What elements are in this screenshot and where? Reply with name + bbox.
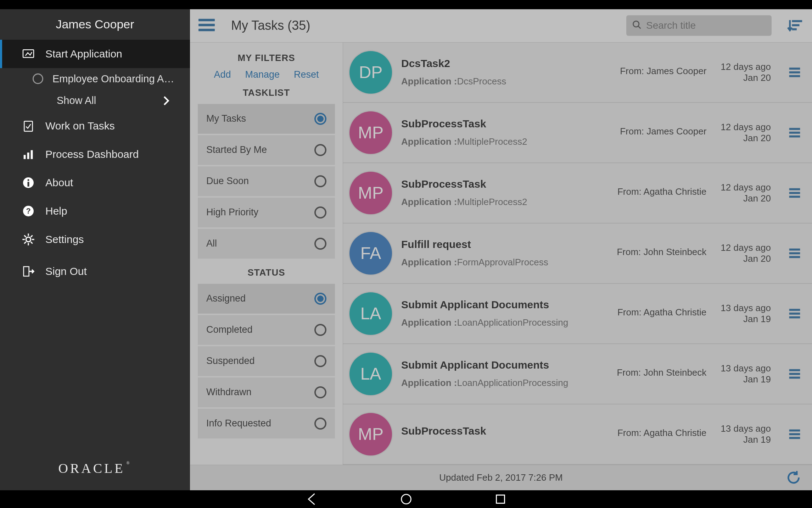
- task-action-button[interactable]: [786, 305, 803, 322]
- status-option[interactable]: Assigned: [198, 284, 335, 314]
- task-title: Submit Applicant Documents: [401, 359, 607, 371]
- radio-icon: [33, 73, 43, 84]
- my-filters-heading: MY FILTERS: [198, 53, 335, 64]
- svg-rect-35: [789, 252, 800, 254]
- task-application: Application :LoanApplicationProcessing: [401, 317, 608, 328]
- task-body: SubProcessTaskApplication :MultipleProce…: [401, 118, 611, 147]
- task-list[interactable]: DPDcsTask2Application :DcsProcessFrom: J…: [343, 43, 812, 465]
- android-recents-button[interactable]: [492, 491, 509, 507]
- task-title: SubProcessTask: [401, 425, 608, 437]
- filter-actions: Add Manage Reset: [198, 69, 335, 80]
- status-option[interactable]: Info Requested: [198, 409, 335, 438]
- nav-process-dashboard-label: Process Dashboard: [45, 148, 139, 160]
- help-icon: ?: [21, 203, 36, 219]
- filter-reset-link[interactable]: Reset: [294, 69, 319, 80]
- task-action-button[interactable]: [786, 185, 803, 201]
- task-action-button[interactable]: [786, 245, 803, 261]
- oracle-logo: ORACLE: [0, 460, 190, 490]
- android-nav-bar: [0, 490, 812, 508]
- filter-manage-link[interactable]: Manage: [245, 69, 280, 80]
- svg-rect-25: [789, 67, 800, 70]
- task-avatar: MP: [349, 172, 392, 214]
- svg-point-46: [401, 494, 411, 504]
- radio-icon: [314, 386, 326, 398]
- nav-start-application[interactable]: Start Application: [0, 40, 190, 68]
- task-row[interactable]: FAFulfill requestApplication :FormApprov…: [343, 223, 812, 284]
- refresh-button[interactable]: [786, 470, 801, 485]
- status-option-label: Withdrawn: [206, 387, 252, 398]
- svg-rect-32: [789, 192, 800, 194]
- nav-show-all[interactable]: Show All: [0, 90, 190, 112]
- task-age: 13 days agoJan 19: [721, 303, 771, 325]
- task-title: Submit Applicant Documents: [401, 299, 608, 311]
- nav-about-label: About: [45, 177, 73, 189]
- svg-rect-33: [789, 195, 800, 198]
- search-box[interactable]: [626, 15, 772, 36]
- tasklist-option[interactable]: My Tasks: [198, 104, 335, 134]
- task-row[interactable]: DPDcsTask2Application :DcsProcessFrom: J…: [343, 43, 812, 103]
- sort-button[interactable]: [787, 17, 803, 34]
- task-row[interactable]: MPSubProcessTaskApplication :MultiplePro…: [343, 103, 812, 163]
- svg-rect-2: [24, 155, 26, 159]
- tasklist-option[interactable]: All: [198, 229, 335, 259]
- svg-rect-31: [789, 188, 800, 190]
- task-row[interactable]: MPSubProcessTaskApplication :MultiplePro…: [343, 163, 812, 223]
- task-body: Submit Applicant DocumentsApplication :L…: [401, 299, 608, 328]
- nav-sign-out-label: Sign Out: [45, 265, 87, 277]
- svg-rect-1: [24, 121, 32, 131]
- task-action-button[interactable]: [786, 426, 803, 442]
- tasklist-option-label: All: [206, 238, 217, 249]
- status-option[interactable]: Completed: [198, 315, 335, 345]
- tasklist-option[interactable]: Due Soon: [198, 166, 335, 196]
- navigation-drawer: James Cooper Start Application Employee …: [0, 9, 190, 490]
- svg-rect-47: [496, 495, 504, 503]
- task-row[interactable]: LASubmit Applicant DocumentsApplication …: [343, 284, 812, 344]
- nav-settings[interactable]: Settings: [0, 225, 190, 254]
- nav-sign-out[interactable]: Sign Out: [0, 257, 190, 286]
- task-row[interactable]: LASubmit Applicant DocumentsApplication …: [343, 344, 812, 404]
- search-input[interactable]: [646, 20, 766, 31]
- svg-point-20: [633, 21, 639, 27]
- android-home-button[interactable]: [398, 491, 414, 507]
- task-application: Application :MultipleProcess2: [401, 197, 608, 208]
- tasklist-option-label: Due Soon: [206, 176, 249, 187]
- nav-help[interactable]: ? Help: [0, 197, 190, 225]
- svg-rect-23: [792, 24, 799, 26]
- nav-about[interactable]: About: [0, 169, 190, 197]
- tasklist-option[interactable]: High Priority: [198, 198, 335, 227]
- task-row[interactable]: MPSubProcessTaskFrom: Agatha Christie13 …: [343, 404, 812, 465]
- task-action-button[interactable]: [786, 64, 803, 81]
- radio-icon: [314, 324, 326, 336]
- radio-icon: [314, 113, 326, 125]
- svg-rect-19: [24, 266, 29, 276]
- nav-process-dashboard[interactable]: Process Dashboard: [0, 140, 190, 169]
- status-option[interactable]: Withdrawn: [198, 377, 335, 407]
- nav-sub-employee-onboarding[interactable]: Employee Onboarding Applica: [0, 68, 190, 90]
- filters-panel: MY FILTERS Add Manage Reset TASKLIST My …: [190, 43, 343, 465]
- status-option[interactable]: Suspended: [198, 346, 335, 376]
- svg-rect-27: [789, 75, 800, 77]
- footer-bar: Updated Feb 2, 2017 7:26 PM: [190, 465, 812, 490]
- letterbox-top: [0, 0, 812, 9]
- tasklist-option[interactable]: Started By Me: [198, 135, 335, 165]
- tasklist-option-label: Started By Me: [206, 144, 267, 155]
- svg-rect-4: [31, 150, 33, 159]
- svg-rect-37: [789, 309, 800, 311]
- task-title: Fulfill request: [401, 238, 607, 250]
- task-avatar: FA: [349, 232, 392, 275]
- svg-rect-29: [789, 132, 800, 134]
- filter-add-link[interactable]: Add: [214, 69, 231, 80]
- svg-line-17: [31, 235, 33, 237]
- task-body: Fulfill requestApplication :FormApproval…: [401, 238, 607, 268]
- task-action-button[interactable]: [786, 366, 803, 382]
- content-area: MY FILTERS Add Manage Reset TASKLIST My …: [190, 43, 812, 465]
- svg-rect-24: [792, 28, 796, 31]
- nav-help-label: Help: [45, 205, 67, 217]
- task-action-button[interactable]: [786, 125, 803, 141]
- radio-icon: [314, 206, 326, 219]
- android-back-button[interactable]: [304, 491, 320, 507]
- status-option-label: Assigned: [206, 293, 246, 304]
- hamburger-menu-button[interactable]: [198, 19, 215, 32]
- username-label: James Cooper: [0, 9, 190, 40]
- nav-work-on-tasks[interactable]: Work on Tasks: [0, 112, 190, 140]
